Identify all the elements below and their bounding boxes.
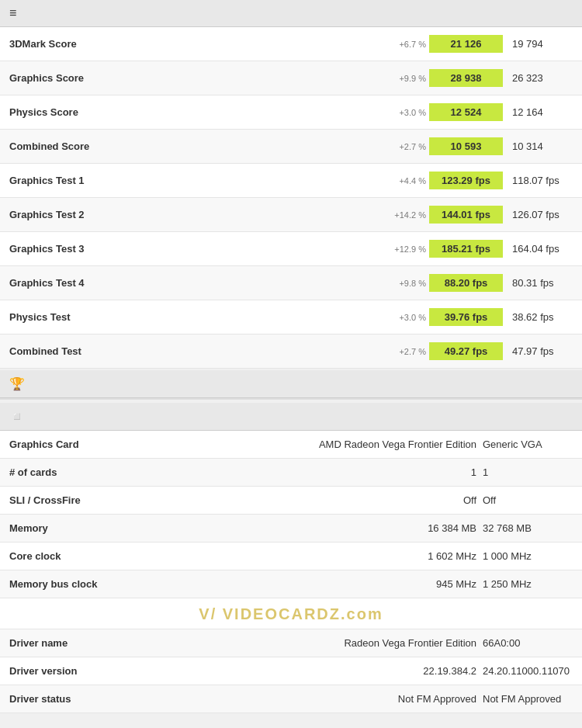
score-values: +2.7 % 10 593 10 314 (153, 130, 582, 164)
trophy-icon: 🏆 (9, 376, 25, 391)
info-val1: AMD Radeon Vega Frontier Edition (247, 439, 480, 450)
score-row: Graphics Test 2 +14.2 % 144.01 fps 126.0… (0, 198, 582, 232)
info-values: 1 1 (140, 459, 582, 487)
info-val2: 66A0:00 (480, 637, 573, 649)
score-row: Combined Test +2.7 % 49.27 fps 47.97 fps (0, 335, 582, 369)
score-primary: 12 524 (429, 103, 503, 121)
result-header: 🏆 (0, 370, 582, 398)
score-pct: +4.4 % (383, 176, 426, 185)
info-values: Not FM Approved Not FM Approved (140, 685, 582, 713)
info-values: Off Off (140, 487, 582, 515)
score-secondary: 47.97 fps (503, 345, 573, 357)
info-label: # of cards (0, 459, 140, 487)
info-label: Graphics Card (0, 431, 140, 459)
score-values: +3.0 % 39.76 fps 38.62 fps (153, 300, 582, 335)
info-val2: Not FM Approved (480, 693, 573, 705)
score-label: Combined Score (0, 130, 153, 164)
score-label: 3DMark Score (0, 27, 153, 61)
score-row: Physics Test +3.0 % 39.76 fps 38.62 fps (0, 300, 582, 335)
score-pct: +6.7 % (383, 40, 426, 49)
score-primary: 144.01 fps (429, 206, 503, 224)
score-label: Physics Score (0, 95, 153, 130)
info-label: Driver status (0, 685, 140, 713)
info-row: Driver version 22.19.384.2 24.20.11000.1… (0, 657, 582, 685)
score-row: Physics Score +3.0 % 12 524 12 164 (0, 95, 582, 130)
info-val1: 945 MHz (317, 578, 480, 590)
score-pct: +3.0 % (383, 313, 426, 322)
watermark: V/ VIDEOCARDZ.com (199, 605, 383, 622)
score-row: 3DMark Score +6.7 % 21 126 19 794 (0, 27, 582, 61)
score-values: +9.9 % 28 938 26 323 (153, 61, 582, 95)
score-pct: +14.2 % (383, 210, 426, 220)
score-values: +2.7 % 49.27 fps 47.97 fps (153, 335, 582, 369)
score-primary: 21 126 (429, 35, 503, 53)
score-secondary: 26 323 (503, 72, 573, 84)
score-label: Graphics Test 2 (0, 198, 153, 232)
score-values: +9.8 % 88.20 fps 80.31 fps (153, 266, 582, 300)
score-secondary: 164.04 fps (503, 243, 573, 255)
monitor-icon: ◽ (9, 409, 25, 424)
score-primary: 185.21 fps (429, 240, 503, 258)
score-primary: 10 593 (429, 137, 503, 155)
info-row: Graphics Card AMD Radeon Vega Frontier E… (0, 431, 582, 459)
info-val2: 1 250 MHz (480, 578, 573, 590)
score-row: Graphics Test 3 +12.9 % 185.21 fps 164.0… (0, 232, 582, 266)
info-val1: Off (317, 494, 480, 506)
info-val2: Off (480, 494, 573, 506)
info-row: Memory 16 384 MB 32 768 MB (0, 515, 582, 543)
watermark-row: V/ VIDEOCARDZ.com (0, 598, 582, 629)
score-label: Graphics Test 1 (0, 164, 153, 198)
info-values: 22.19.384.2 24.20.11000.11070 (140, 657, 582, 685)
score-pct: +3.0 % (383, 108, 426, 117)
info-values: 16 384 MB 32 768 MB (140, 515, 582, 543)
score-row: Graphics Score +9.9 % 28 938 26 323 (0, 61, 582, 95)
score-secondary: 126.07 fps (503, 209, 573, 220)
info-val2: Generic VGA (480, 439, 573, 450)
info-val2: 1 (480, 466, 573, 478)
info-values: AMD Radeon Vega Frontier Edition Generic… (140, 431, 582, 459)
score-primary: 28 938 (429, 69, 503, 87)
info-val1: 1 (317, 466, 480, 478)
info-val1: Radeon Vega Frontier Edition (247, 637, 480, 649)
score-pct: +9.8 % (383, 279, 426, 288)
score-secondary: 80.31 fps (503, 277, 573, 289)
score-values: +14.2 % 144.01 fps 126.07 fps (153, 198, 582, 232)
score-label: Physics Test (0, 300, 153, 335)
score-row: Graphics Test 4 +9.8 % 88.20 fps 80.31 f… (0, 266, 582, 300)
info-row: Driver status Not FM Approved Not FM App… (0, 685, 582, 713)
score-row: Graphics Test 1 +4.4 % 123.29 fps 118.07… (0, 164, 582, 198)
score-secondary: 118.07 fps (503, 175, 573, 186)
info-val2: 1 000 MHz (480, 550, 573, 562)
info-val1: 1 602 MHz (317, 550, 480, 562)
score-values: +4.4 % 123.29 fps 118.07 fps (153, 164, 582, 198)
score-secondary: 38.62 fps (503, 311, 573, 323)
info-val1: 16 384 MB (317, 522, 480, 534)
score-values: +6.7 % 21 126 19 794 (153, 27, 582, 61)
info-label: Core clock (0, 543, 140, 570)
info-val1: Not FM Approved (317, 693, 480, 705)
info-row: Memory bus clock 945 MHz 1 250 MHz (0, 570, 582, 598)
info-val2: 24.20.11000.11070 (480, 665, 573, 677)
info-row: SLI / CrossFire Off Off (0, 487, 582, 515)
menu-icon: ≡ (9, 6, 16, 20)
info-val1: 22.19.384.2 (317, 665, 480, 677)
score-pct: +12.9 % (383, 244, 426, 254)
score-secondary: 19 794 (503, 38, 573, 50)
info-row: Core clock 1 602 MHz 1 000 MHz (0, 543, 582, 570)
score-values: +12.9 % 185.21 fps 164.04 fps (153, 232, 582, 266)
info-row: Driver name Radeon Vega Frontier Edition… (0, 629, 582, 657)
graphics-card-header: ◽ (0, 403, 582, 431)
info-values: 1 602 MHz 1 000 MHz (140, 543, 582, 570)
info-label: Driver version (0, 657, 140, 685)
info-label: Memory bus clock (0, 570, 140, 598)
score-primary: 88.20 fps (429, 274, 503, 292)
info-row: # of cards 1 1 (0, 459, 582, 487)
info-label: SLI / CrossFire (0, 487, 140, 515)
detailed-scores-header: ≡ (0, 0, 582, 27)
score-values: +3.0 % 12 524 12 164 (153, 95, 582, 130)
score-label: Graphics Score (0, 61, 153, 95)
info-values: 945 MHz 1 250 MHz (140, 570, 582, 598)
graphics-card-table: Graphics Card AMD Radeon Vega Frontier E… (0, 431, 582, 713)
score-secondary: 12 164 (503, 106, 573, 118)
info-values: Radeon Vega Frontier Edition 66A0:00 (140, 629, 582, 657)
